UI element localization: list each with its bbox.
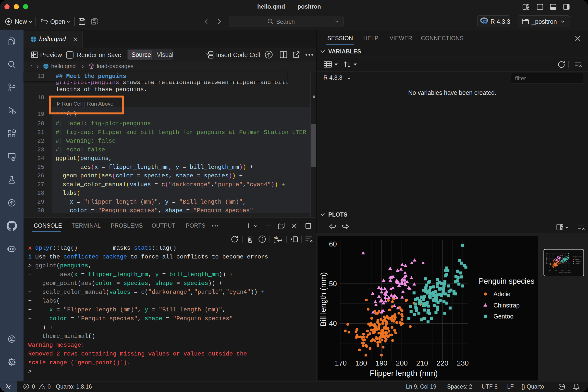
svg-text:Flipper length (mm): Flipper length (mm) xyxy=(559,272,571,274)
svg-text:R: R xyxy=(483,18,487,25)
svg-text:180: 180 xyxy=(355,359,367,367)
svg-text:60: 60 xyxy=(329,240,337,248)
svg-text:Gentoo: Gentoo xyxy=(575,263,580,264)
svg-text:230: 230 xyxy=(568,270,570,272)
svg-text:Penguin species: Penguin species xyxy=(572,256,582,258)
svg-text:ab: ab xyxy=(274,236,278,240)
svg-text:50: 50 xyxy=(546,258,548,259)
svg-text:c: c xyxy=(274,239,276,244)
svg-text:230: 230 xyxy=(457,359,469,367)
svg-text:220: 220 xyxy=(436,359,448,367)
svg-text:200: 200 xyxy=(396,359,408,367)
svg-text:Chinstrap: Chinstrap xyxy=(575,261,581,262)
svg-text:170: 170 xyxy=(335,359,347,367)
svg-text:40: 40 xyxy=(329,320,337,327)
svg-text:170: 170 xyxy=(548,270,550,272)
svg-text:Bill length (mm): Bill length (mm) xyxy=(319,272,328,326)
svg-text:Penguin species: Penguin species xyxy=(479,277,534,286)
svg-text:50: 50 xyxy=(329,280,337,288)
svg-text:Chinstrap: Chinstrap xyxy=(494,302,520,309)
svg-text:40: 40 xyxy=(546,263,548,264)
svg-text:Gentoo: Gentoo xyxy=(494,313,514,320)
svg-text:210: 210 xyxy=(561,270,563,272)
svg-text:190: 190 xyxy=(555,270,557,272)
svg-text:190: 190 xyxy=(376,359,387,367)
svg-text:60: 60 xyxy=(546,252,548,254)
svg-text:210: 210 xyxy=(416,359,428,367)
svg-text:Adelie: Adelie xyxy=(575,258,579,260)
svg-text:Flipper length (mm): Flipper length (mm) xyxy=(370,369,438,378)
svg-text:Adelie: Adelie xyxy=(494,290,510,298)
